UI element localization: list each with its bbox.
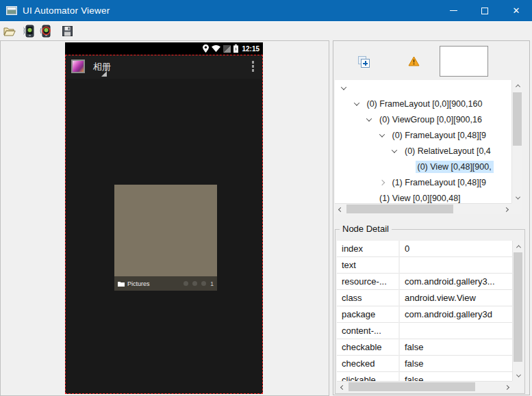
scroll-down-icon[interactable] xyxy=(513,370,524,381)
detail-property-name: resource-... xyxy=(337,274,398,290)
detail-row-clickable[interactable]: clickablefalse xyxy=(337,372,512,381)
detail-property-name: checked xyxy=(337,356,398,372)
album-action-icon xyxy=(183,281,188,286)
detail-row-index[interactable]: index0 xyxy=(337,241,512,257)
titlebar: UI Automator Viewer ✕ xyxy=(0,0,532,21)
tree-horizontal-scrollbar[interactable] xyxy=(335,203,511,214)
detail-property-value: android.view.View xyxy=(398,290,512,306)
detail-vscroll-thumb[interactable] xyxy=(514,252,522,362)
album-thumbnail[interactable]: Pictures 1 xyxy=(114,185,217,291)
expand-arrow-icon[interactable] xyxy=(379,179,384,185)
expand-all-button[interactable] xyxy=(358,56,370,68)
device-screenshot[interactable]: 12:15 相册 Pictures xyxy=(65,42,263,394)
node-detail-table: index0textresource-...com.android.galler… xyxy=(337,241,523,392)
detail-row-package[interactable]: packagecom.android.gallery3d xyxy=(337,306,512,323)
detail-property-value: com.android.gallery3d xyxy=(398,306,512,323)
node-detail-rows: index0textresource-...com.android.galler… xyxy=(337,241,512,381)
collapse-arrow-icon[interactable] xyxy=(366,116,372,121)
detail-row-checkable[interactable]: checkablefalse xyxy=(337,339,512,356)
minimize-button[interactable] xyxy=(438,0,469,21)
tree-node-2[interactable]: (0) ViewGroup [0,0][900,16 xyxy=(335,111,511,127)
tree-node-7[interactable]: (1) View [0,0][900,48] xyxy=(335,190,511,203)
tree-node-label: (1) View [0,0][900,48] xyxy=(377,192,463,204)
detail-vertical-scrollbar[interactable] xyxy=(512,241,523,381)
search-box[interactable] xyxy=(440,46,488,77)
tree-hscroll-thumb[interactable] xyxy=(346,204,453,213)
app-window-icon xyxy=(6,6,17,15)
save-screenshot-button[interactable] xyxy=(60,24,75,39)
open-file-button[interactable] xyxy=(2,24,16,39)
album-name: Pictures xyxy=(127,280,150,287)
album-label-bar: Pictures 1 xyxy=(114,276,217,291)
battery-charging-icon xyxy=(233,44,238,53)
tree-node-label: (0) FrameLayout [0,48][9 xyxy=(390,129,489,142)
detail-horizontal-scrollbar[interactable] xyxy=(337,381,512,392)
folder-icon xyxy=(118,281,125,287)
tree-node-label: (0) ViewGroup [0,0][900,16 xyxy=(377,114,484,126)
detail-property-value: com.android.gallery3... xyxy=(398,274,512,290)
detail-row-text[interactable]: text xyxy=(337,257,512,274)
tree-vscroll-thumb[interactable] xyxy=(513,92,522,146)
scroll-up-icon[interactable] xyxy=(512,80,523,91)
collapse-arrow-icon[interactable] xyxy=(341,84,346,90)
tree-node-5[interactable]: (0) View [0,48][900, xyxy=(335,159,511,174)
device-screenshot-compressed-icon xyxy=(40,25,51,38)
detail-row-content[interactable]: content-... xyxy=(337,323,512,339)
tree-vertical-scrollbar[interactable] xyxy=(511,80,522,203)
detail-property-value: 0 xyxy=(398,241,512,257)
scroll-right-icon[interactable] xyxy=(501,204,511,215)
node-detail-title: Node Detail xyxy=(340,224,392,234)
location-icon xyxy=(203,44,209,53)
scroll-right-icon[interactable] xyxy=(501,382,512,393)
scroll-left-icon[interactable] xyxy=(337,382,348,393)
tree-node-6[interactable]: (1) FrameLayout [0,48][9 xyxy=(335,174,511,190)
tree-node-0[interactable] xyxy=(335,80,511,96)
status-clock: 12:15 xyxy=(242,45,259,53)
detail-property-name: text xyxy=(337,257,398,274)
node-detail-groupbox: index0textresource-...com.android.galler… xyxy=(335,229,525,394)
gallery-app-icon xyxy=(71,60,85,73)
maximize-icon xyxy=(481,8,488,14)
close-icon: ✕ xyxy=(513,6,520,15)
detail-property-name: content-... xyxy=(337,323,398,339)
scroll-down-icon[interactable] xyxy=(512,192,523,203)
overflow-menu-icon xyxy=(252,61,255,72)
scroll-left-icon[interactable] xyxy=(335,204,346,215)
device-action-bar: 相册 xyxy=(65,55,263,79)
tree-node-label: (1) FrameLayout [0,48][9 xyxy=(390,176,489,189)
album-action-icon xyxy=(201,281,206,286)
minimize-icon xyxy=(450,10,457,11)
device-status-bar: 12:15 xyxy=(65,42,263,55)
maximize-button[interactable] xyxy=(469,0,501,21)
detail-property-value: false xyxy=(398,356,512,372)
hierarchy-panel: (0) FrameLayout [0,0][900,160(0) ViewGro… xyxy=(333,40,530,395)
detail-row-class[interactable]: classandroid.view.View xyxy=(337,290,512,306)
detail-row-checked[interactable]: checkedfalse xyxy=(337,356,512,372)
album-count: 1 xyxy=(210,280,214,287)
detail-property-name: package xyxy=(337,306,398,323)
device-screenshot-compressed-button[interactable] xyxy=(38,24,52,39)
signal-icon xyxy=(223,45,231,53)
collapse-arrow-icon[interactable] xyxy=(353,100,359,105)
collapse-arrow-icon[interactable] xyxy=(379,131,384,137)
app-window: UI Automator Viewer ✕ xyxy=(0,0,532,396)
detail-property-value xyxy=(398,257,512,274)
scrollbar-corner xyxy=(512,381,523,392)
detail-property-name: clickable xyxy=(337,372,398,381)
window-title: UI Automator Viewer xyxy=(23,5,110,16)
detail-hscroll-thumb[interactable] xyxy=(349,382,475,391)
detail-row-resource[interactable]: resource-...com.android.gallery3... xyxy=(337,274,512,290)
detail-property-value xyxy=(398,323,512,339)
toggle-naf-nodes-button[interactable] xyxy=(408,56,420,69)
wifi-icon xyxy=(212,45,220,52)
scroll-up-icon[interactable] xyxy=(513,241,524,252)
tree-node-3[interactable]: (0) FrameLayout [0,48][9 xyxy=(335,127,511,143)
screenshot-panel: 12:15 相册 Pictures xyxy=(0,40,329,396)
tree-node-4[interactable]: (0) RelativeLayout [0,4 xyxy=(335,143,511,159)
detail-property-value: false xyxy=(398,339,512,356)
close-button[interactable]: ✕ xyxy=(501,0,532,21)
tree-node-label xyxy=(352,87,356,90)
device-screenshot-button[interactable] xyxy=(21,24,36,39)
tree-node-1[interactable]: (0) FrameLayout [0,0][900,160 xyxy=(335,96,511,111)
collapse-arrow-icon[interactable] xyxy=(392,147,397,153)
